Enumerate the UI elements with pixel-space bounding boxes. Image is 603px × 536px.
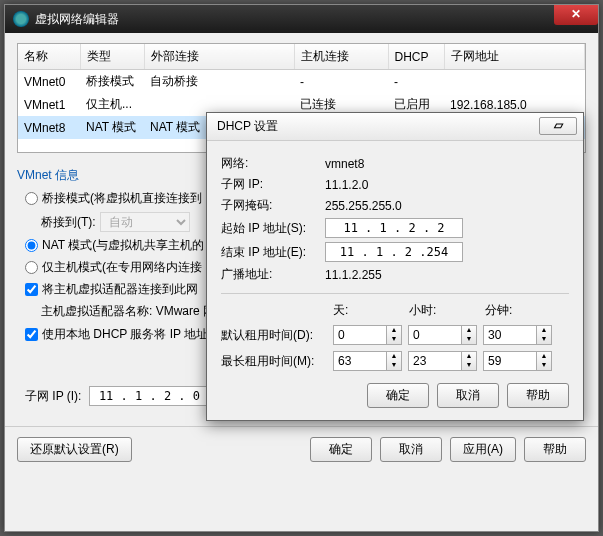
cell-type: 桥接模式 bbox=[80, 70, 144, 94]
radio-hostonly-label: 仅主机模式(在专用网络内连接 bbox=[42, 259, 202, 276]
dhcp-cancel-button[interactable]: 取消 bbox=[437, 383, 499, 408]
ok-button[interactable]: 确定 bbox=[310, 437, 372, 462]
dhcp-close-icon[interactable]: ▱ bbox=[539, 117, 577, 135]
down-arrow-icon[interactable]: ▼ bbox=[387, 361, 401, 370]
col-host[interactable]: 主机连接 bbox=[294, 44, 388, 70]
col-dhcp[interactable]: DHCP bbox=[388, 44, 444, 70]
close-icon[interactable]: ✕ bbox=[554, 5, 598, 25]
cell-subnet bbox=[444, 70, 585, 94]
cell-name: VMnet1 bbox=[18, 93, 80, 116]
cell-name: VMnet8 bbox=[18, 116, 80, 139]
col-subnet[interactable]: 子网地址 bbox=[444, 44, 585, 70]
up-arrow-icon[interactable]: ▲ bbox=[462, 326, 476, 335]
help-button[interactable]: 帮助 bbox=[524, 437, 586, 462]
max-days-spinner[interactable]: ▲▼ bbox=[333, 351, 402, 371]
lease-header-row: 天: 小时: 分钟: bbox=[333, 302, 569, 319]
max-hours-spinner[interactable]: ▲▼ bbox=[408, 351, 477, 371]
up-arrow-icon[interactable]: ▲ bbox=[387, 352, 401, 361]
bottom-bar: 还原默认设置(R) 确定 取消 应用(A) 帮助 bbox=[5, 426, 598, 472]
app-icon bbox=[13, 11, 29, 27]
radio-hostonly-input[interactable] bbox=[25, 261, 38, 274]
cell-type: NAT 模式 bbox=[80, 116, 144, 139]
default-hours-spinner[interactable]: ▲▼ bbox=[408, 325, 477, 345]
hours-header: 小时: bbox=[409, 302, 485, 319]
table-header-row: 名称 类型 外部连接 主机连接 DHCP 子网地址 bbox=[18, 44, 585, 70]
down-arrow-icon[interactable]: ▼ bbox=[387, 335, 401, 344]
broadcast-value: 11.1.2.255 bbox=[325, 268, 382, 282]
col-name[interactable]: 名称 bbox=[18, 44, 80, 70]
cell-dhcp: - bbox=[388, 70, 444, 94]
col-ext[interactable]: 外部连接 bbox=[144, 44, 294, 70]
down-arrow-icon[interactable]: ▼ bbox=[462, 335, 476, 344]
radio-bridge-input[interactable] bbox=[25, 192, 38, 205]
bridge-to-label: 桥接到(T): bbox=[41, 214, 96, 231]
default-mins-spinner[interactable]: ▲▼ bbox=[483, 325, 552, 345]
titlebar[interactable]: 虚拟网络编辑器 ✕ bbox=[5, 5, 598, 33]
start-ip-label: 起始 IP 地址(S): bbox=[221, 220, 325, 237]
dhcp-ok-button[interactable]: 确定 bbox=[367, 383, 429, 408]
mins-header: 分钟: bbox=[485, 302, 561, 319]
days-header: 天: bbox=[333, 302, 409, 319]
cancel-button[interactable]: 取消 bbox=[380, 437, 442, 462]
subnet-ip-label: 子网 IP (I): bbox=[25, 388, 81, 405]
restore-defaults-button[interactable]: 还原默认设置(R) bbox=[17, 437, 132, 462]
table-row[interactable]: VMnet0桥接模式自动桥接-- bbox=[18, 70, 585, 94]
dhcp-help-button[interactable]: 帮助 bbox=[507, 383, 569, 408]
down-arrow-icon[interactable]: ▼ bbox=[537, 361, 551, 370]
dhcp-title: DHCP 设置 bbox=[217, 118, 278, 135]
dhcp-titlebar[interactable]: DHCP 设置 ▱ bbox=[207, 113, 583, 141]
check-host-adapter-label: 将主机虚拟适配器连接到此网 bbox=[42, 281, 198, 298]
radio-nat-label: NAT 模式(与虚拟机共享主机的 bbox=[42, 237, 204, 254]
subnet-ip-input[interactable] bbox=[89, 386, 209, 406]
network-label: 网络: bbox=[221, 155, 325, 172]
default-lease-label: 默认租用时间(D): bbox=[221, 327, 327, 344]
start-ip-input[interactable] bbox=[325, 218, 463, 238]
default-days-spinner[interactable]: ▲▼ bbox=[333, 325, 402, 345]
radio-bridge-label: 桥接模式(将虚拟机直接连接到 bbox=[42, 190, 202, 207]
max-lease-label: 最长租用时间(M): bbox=[221, 353, 327, 370]
dhcp-mask-label: 子网掩码: bbox=[221, 197, 325, 214]
bridge-to-select: 自动 bbox=[100, 212, 190, 232]
dhcp-subnet-ip-label: 子网 IP: bbox=[221, 176, 325, 193]
cell-type: 仅主机... bbox=[80, 93, 144, 116]
check-use-dhcp-input[interactable] bbox=[25, 328, 38, 341]
cell-host: - bbox=[294, 70, 388, 94]
dhcp-settings-dialog: DHCP 设置 ▱ 网络:vmnet8 子网 IP:11.1.2.0 子网掩码:… bbox=[206, 112, 584, 421]
col-type[interactable]: 类型 bbox=[80, 44, 144, 70]
end-ip-label: 结束 IP 地址(E): bbox=[221, 244, 325, 261]
dhcp-mask-value: 255.255.255.0 bbox=[325, 199, 402, 213]
check-host-adapter-input[interactable] bbox=[25, 283, 38, 296]
broadcast-label: 广播地址: bbox=[221, 266, 325, 283]
window-title: 虚拟网络编辑器 bbox=[35, 11, 119, 28]
end-ip-input[interactable] bbox=[325, 242, 463, 262]
radio-nat-input[interactable] bbox=[25, 239, 38, 252]
cell-name: VMnet0 bbox=[18, 70, 80, 94]
network-value: vmnet8 bbox=[325, 157, 364, 171]
up-arrow-icon[interactable]: ▲ bbox=[387, 326, 401, 335]
apply-button[interactable]: 应用(A) bbox=[450, 437, 516, 462]
max-mins-spinner[interactable]: ▲▼ bbox=[483, 351, 552, 371]
up-arrow-icon[interactable]: ▲ bbox=[537, 326, 551, 335]
down-arrow-icon[interactable]: ▼ bbox=[462, 361, 476, 370]
down-arrow-icon[interactable]: ▼ bbox=[537, 335, 551, 344]
cell-ext: 自动桥接 bbox=[144, 70, 294, 94]
up-arrow-icon[interactable]: ▲ bbox=[462, 352, 476, 361]
dhcp-subnet-ip-value: 11.1.2.0 bbox=[325, 178, 368, 192]
up-arrow-icon[interactable]: ▲ bbox=[537, 352, 551, 361]
